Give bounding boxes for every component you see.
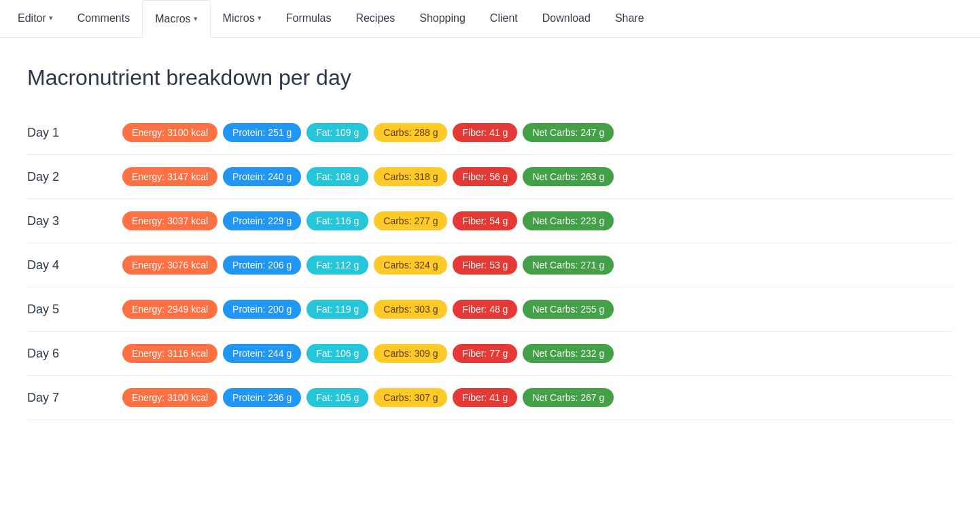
fiber-badge: Fiber: 53 g bbox=[453, 256, 517, 275]
day-badges: Energy: 3116 kcalProtein: 244 gFat: 106 … bbox=[122, 344, 614, 363]
nav-label-comments: Comments bbox=[77, 12, 130, 24]
protein-badge: Protein: 236 g bbox=[223, 388, 301, 407]
day-label: Day 4 bbox=[27, 258, 122, 273]
nav-item-share[interactable]: Share bbox=[603, 0, 657, 37]
nav-label-macros: Macros bbox=[155, 13, 190, 25]
nav-item-macros[interactable]: Macros ▾ bbox=[142, 0, 210, 38]
chevron-down-icon: ▾ bbox=[49, 14, 53, 22]
protein-badge: Protein: 244 g bbox=[223, 344, 301, 363]
nav-item-comments[interactable]: Comments bbox=[65, 0, 142, 37]
protein-badge: Protein: 206 g bbox=[223, 256, 301, 275]
netcarbs-badge: Net Carbs: 223 g bbox=[523, 211, 614, 230]
day-row: Day 2Energy: 3147 kcalProtein: 240 gFat:… bbox=[27, 155, 953, 199]
protein-badge: Protein: 229 g bbox=[223, 211, 301, 230]
nav-label-share: Share bbox=[615, 12, 644, 24]
fiber-badge: Fiber: 41 g bbox=[453, 123, 517, 142]
carbs-badge: Carbs: 309 g bbox=[374, 344, 447, 363]
energy-badge: Energy: 3100 kcal bbox=[122, 123, 217, 142]
day-label: Day 1 bbox=[27, 126, 122, 140]
carbs-badge: Carbs: 307 g bbox=[374, 388, 447, 407]
nav-label-formulas: Formulas bbox=[286, 12, 332, 24]
carbs-badge: Carbs: 318 g bbox=[374, 167, 447, 186]
nav-label-micros: Micros bbox=[223, 12, 255, 24]
nav-label-download: Download bbox=[542, 12, 591, 24]
page-title: Macronutrient breakdown per day bbox=[27, 65, 953, 90]
nav-label-client: Client bbox=[490, 12, 518, 24]
fat-badge: Fat: 116 g bbox=[307, 211, 368, 230]
protein-badge: Protein: 200 g bbox=[223, 300, 301, 319]
day-badges: Energy: 3100 kcalProtein: 236 gFat: 105 … bbox=[122, 388, 614, 407]
chevron-down-icon: ▾ bbox=[258, 14, 262, 22]
energy-badge: Energy: 3076 kcal bbox=[122, 256, 217, 275]
energy-badge: Energy: 3100 kcal bbox=[122, 388, 217, 407]
energy-badge: Energy: 2949 kcal bbox=[122, 300, 217, 319]
day-badges: Energy: 3076 kcalProtein: 206 gFat: 112 … bbox=[122, 256, 614, 275]
nav-item-editor[interactable]: Editor ▾ bbox=[5, 0, 65, 37]
carbs-badge: Carbs: 303 g bbox=[374, 300, 447, 319]
fiber-badge: Fiber: 48 g bbox=[453, 300, 517, 319]
fiber-badge: Fiber: 56 g bbox=[453, 167, 517, 186]
fat-badge: Fat: 112 g bbox=[307, 256, 368, 275]
day-badges: Energy: 3100 kcalProtein: 251 gFat: 109 … bbox=[122, 123, 614, 142]
carbs-badge: Carbs: 324 g bbox=[374, 256, 447, 275]
day-row: Day 7Energy: 3100 kcalProtein: 236 gFat:… bbox=[27, 376, 953, 420]
fat-badge: Fat: 106 g bbox=[307, 344, 368, 363]
day-row: Day 6Energy: 3116 kcalProtein: 244 gFat:… bbox=[27, 332, 953, 376]
day-label: Day 3 bbox=[27, 214, 122, 228]
day-row: Day 1Energy: 3100 kcalProtein: 251 gFat:… bbox=[27, 111, 953, 155]
day-row: Day 5Energy: 2949 kcalProtein: 200 gFat:… bbox=[27, 287, 953, 332]
fat-badge: Fat: 105 g bbox=[307, 388, 368, 407]
netcarbs-badge: Net Carbs: 267 g bbox=[523, 388, 614, 407]
nav-item-recipes[interactable]: Recipes bbox=[343, 0, 407, 37]
netcarbs-badge: Net Carbs: 263 g bbox=[523, 167, 614, 186]
carbs-badge: Carbs: 277 g bbox=[374, 211, 447, 230]
energy-badge: Energy: 3037 kcal bbox=[122, 211, 217, 230]
netcarbs-badge: Net Carbs: 271 g bbox=[523, 256, 614, 275]
nav-bar: Editor ▾CommentsMacros ▾Micros ▾Formulas… bbox=[0, 0, 980, 38]
day-badges: Energy: 2949 kcalProtein: 200 gFat: 119 … bbox=[122, 300, 614, 319]
day-label: Day 6 bbox=[27, 347, 122, 361]
energy-badge: Energy: 3116 kcal bbox=[122, 344, 217, 363]
protein-badge: Protein: 251 g bbox=[223, 123, 301, 142]
fiber-badge: Fiber: 54 g bbox=[453, 211, 517, 230]
day-badges: Energy: 3037 kcalProtein: 229 gFat: 116 … bbox=[122, 211, 614, 230]
day-label: Day 2 bbox=[27, 170, 122, 184]
nav-item-shopping[interactable]: Shopping bbox=[407, 0, 478, 37]
chevron-down-icon: ▾ bbox=[194, 14, 198, 23]
fat-badge: Fat: 108 g bbox=[307, 167, 368, 186]
day-label: Day 7 bbox=[27, 391, 122, 405]
day-label: Day 5 bbox=[27, 302, 122, 317]
nav-item-micros[interactable]: Micros ▾ bbox=[211, 0, 274, 37]
netcarbs-badge: Net Carbs: 232 g bbox=[523, 344, 614, 363]
nav-label-shopping: Shopping bbox=[419, 12, 466, 24]
fiber-badge: Fiber: 41 g bbox=[453, 388, 517, 407]
netcarbs-badge: Net Carbs: 255 g bbox=[523, 300, 614, 319]
day-row: Day 4Energy: 3076 kcalProtein: 206 gFat:… bbox=[27, 243, 953, 287]
fat-badge: Fat: 119 g bbox=[307, 300, 368, 319]
day-row: Day 3Energy: 3037 kcalProtein: 229 gFat:… bbox=[27, 199, 953, 243]
fat-badge: Fat: 109 g bbox=[307, 123, 368, 142]
nav-label-editor: Editor bbox=[18, 12, 46, 24]
protein-badge: Protein: 240 g bbox=[223, 167, 301, 186]
fiber-badge: Fiber: 77 g bbox=[453, 344, 517, 363]
energy-badge: Energy: 3147 kcal bbox=[122, 167, 217, 186]
nav-item-client[interactable]: Client bbox=[478, 0, 530, 37]
nav-item-formulas[interactable]: Formulas bbox=[274, 0, 344, 37]
nav-label-recipes: Recipes bbox=[355, 12, 395, 24]
nav-item-download[interactable]: Download bbox=[530, 0, 603, 37]
day-badges: Energy: 3147 kcalProtein: 240 gFat: 108 … bbox=[122, 167, 614, 186]
main-content: Macronutrient breakdown per day Day 1Ene… bbox=[0, 38, 980, 507]
carbs-badge: Carbs: 288 g bbox=[374, 123, 447, 142]
days-container: Day 1Energy: 3100 kcalProtein: 251 gFat:… bbox=[27, 111, 953, 420]
netcarbs-badge: Net Carbs: 247 g bbox=[523, 123, 614, 142]
